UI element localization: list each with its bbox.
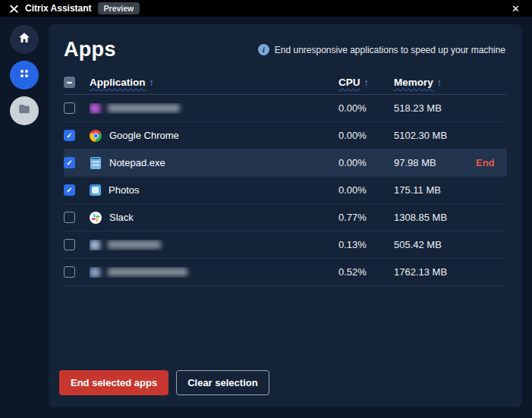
- memory-value: 1308.85 MB: [394, 212, 476, 223]
- sort-asc-icon: ↑: [364, 77, 369, 88]
- redacted-app-name: [108, 104, 180, 112]
- table-row[interactable]: Notepad.exe 0.00% 97.98 MB End: [64, 149, 507, 177]
- redacted-app-name: [108, 240, 161, 249]
- apps-panel: Apps i End unresponsive applications to …: [49, 24, 522, 407]
- select-all-checkbox[interactable]: [64, 77, 75, 88]
- preview-badge: Preview: [98, 2, 140, 14]
- slack-icon: [90, 212, 102, 224]
- folder-icon: [17, 102, 31, 119]
- cpu-value: 0.77%: [338, 212, 394, 223]
- photos-icon: [90, 184, 101, 196]
- column-header-memory[interactable]: Memory↑: [394, 77, 476, 88]
- redacted-app-icon: [90, 103, 100, 114]
- table-row[interactable]: 0.52% 1762.13 MB: [64, 259, 507, 286]
- cpu-value: 0.13%: [338, 239, 394, 250]
- hint-text: End unresponsive applications to speed u…: [275, 45, 505, 55]
- row-checkbox[interactable]: [64, 130, 75, 141]
- home-icon: [17, 31, 31, 48]
- column-header-cpu[interactable]: CPU↑: [338, 77, 394, 88]
- app-name: Photos: [109, 184, 139, 196]
- table-row[interactable]: Slack 0.77% 1308.85 MB: [64, 204, 507, 231]
- cpu-value: 0.52%: [338, 266, 394, 278]
- close-icon[interactable]: ✕: [508, 2, 523, 15]
- app-name: Notepad.exe: [109, 157, 165, 168]
- cpu-value: 0.00%: [338, 102, 394, 114]
- row-checkbox[interactable]: [64, 102, 75, 114]
- memory-value: 1762.13 MB: [394, 266, 476, 278]
- memory-value: 5102.30 MB: [394, 130, 476, 141]
- titlebar: Citrix Assistant Preview ✕: [0, 0, 532, 17]
- sidebar-item-apps[interactable]: [10, 61, 39, 90]
- memory-value: 518.23 MB: [394, 102, 476, 114]
- redacted-app-icon: [90, 240, 100, 250]
- notepad-icon: [90, 157, 101, 169]
- app-name: Slack: [109, 212, 134, 223]
- redacted-app-icon: [90, 267, 100, 278]
- table-row[interactable]: 0.00% 518.23 MB: [64, 95, 507, 122]
- end-app-button[interactable]: End: [476, 157, 495, 168]
- sort-asc-icon: ↑: [437, 77, 442, 88]
- table-row[interactable]: Photos 0.00% 175.11 MB: [64, 177, 507, 204]
- row-checkbox[interactable]: [64, 212, 75, 223]
- table-header-row: Application↑ CPU↑ Memory↑: [64, 71, 507, 95]
- cpu-value: 0.00%: [338, 184, 394, 196]
- chrome-icon: [90, 130, 102, 142]
- row-checkbox[interactable]: [64, 184, 75, 196]
- memory-value: 175.11 MB: [394, 184, 476, 196]
- row-checkbox[interactable]: [64, 266, 75, 278]
- cpu-value: 0.00%: [338, 130, 394, 141]
- column-header-application[interactable]: Application↑: [90, 77, 338, 88]
- end-selected-apps-button[interactable]: End selected apps: [59, 370, 168, 395]
- sidebar-item-home[interactable]: [10, 25, 39, 54]
- redacted-app-name: [108, 268, 187, 276]
- app-name: Google Chrome: [109, 130, 179, 141]
- page-title: Apps: [64, 38, 116, 61]
- sidebar: [0, 17, 49, 125]
- hint-banner: i End unresponsive applications to speed…: [258, 44, 505, 55]
- table-row[interactable]: Google Chrome 0.00% 5102.30 MB: [64, 122, 507, 149]
- row-checkbox[interactable]: [64, 239, 75, 250]
- cpu-value: 0.00%: [338, 157, 394, 168]
- sort-asc-icon: ↑: [150, 77, 154, 88]
- memory-value: 505.42 MB: [394, 239, 476, 250]
- app-title: Citrix Assistant: [25, 3, 92, 14]
- citrix-logo-icon: [9, 4, 19, 14]
- table-row[interactable]: 0.13% 505.42 MB: [64, 231, 507, 259]
- apps-table: Application↑ CPU↑ Memory↑ 0.00% 518.23 M…: [64, 71, 507, 286]
- row-checkbox[interactable]: [64, 157, 75, 168]
- memory-value: 97.98 MB: [394, 157, 476, 168]
- panel-footer: End selected apps Clear selection: [49, 370, 522, 407]
- clear-selection-button[interactable]: Clear selection: [176, 370, 269, 395]
- sidebar-item-files[interactable]: [10, 96, 39, 125]
- info-icon: i: [258, 44, 269, 55]
- panel-header: Apps i End unresponsive applications to …: [49, 24, 522, 64]
- apps-grid-icon: [17, 67, 31, 83]
